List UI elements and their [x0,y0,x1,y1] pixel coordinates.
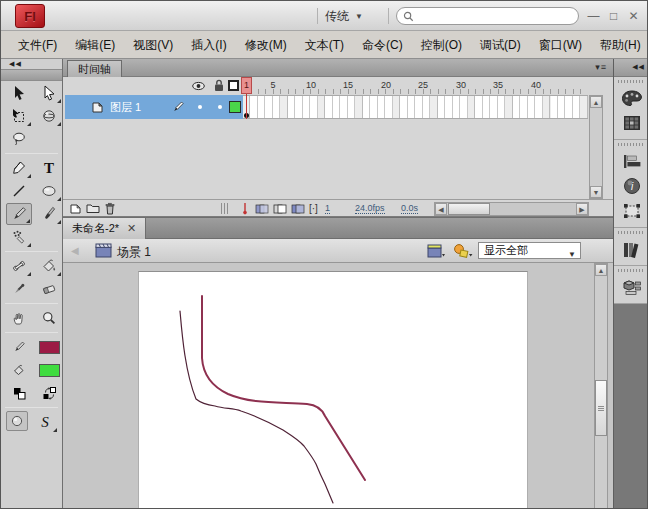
frame-rate-value[interactable]: 24.0fps [355,203,385,214]
search-input[interactable] [418,9,572,23]
modify-markers-icon[interactable]: [·] [309,203,318,214]
transform-panel-button[interactable] [617,199,647,223]
bone-icon [11,258,27,274]
free-transform-icon [11,108,27,124]
components-panel-button[interactable] [617,275,647,299]
maximize-button[interactable]: □ [605,8,622,24]
menu-text[interactable]: 文本(T) [296,31,353,59]
color-panel-button[interactable] [617,86,647,110]
scroll-left-icon[interactable]: ◀ [435,203,447,215]
panel-gripper-icon[interactable] [618,143,645,146]
panel-gripper-icon[interactable] [618,80,645,83]
search-box[interactable] [396,7,579,25]
menu-insert[interactable]: 插入(I) [182,31,235,59]
frame-grid[interactable] [243,95,588,119]
menu-control[interactable]: 控制(O) [412,31,471,59]
timeline-tab[interactable]: 时间轴 [67,60,122,77]
hand-tool-button[interactable] [6,307,32,329]
outline-view-icon[interactable] [228,80,239,91]
scrollbar-thumb[interactable] [595,380,607,436]
back-arrow-icon[interactable]: ◀ [71,245,79,256]
scroll-down-icon[interactable]: ▼ [590,186,602,198]
subselection-tool-button[interactable] [36,82,62,104]
scroll-right-icon[interactable]: ▶ [576,203,588,215]
menu-view[interactable]: 视图(V) [124,31,182,59]
scroll-up-icon[interactable]: ▲ [590,96,602,108]
stage-pasteboard[interactable]: ▲ [63,263,613,509]
current-frame-value[interactable]: 1 [325,203,330,214]
layer-row[interactable]: 图层 1 [65,95,243,119]
menu-edit[interactable]: 编辑(E) [66,31,124,59]
eyedropper-tool-button[interactable] [6,278,32,300]
timeline-horizontal-scrollbar[interactable]: ◀ ▶ [434,202,589,216]
status-grip-icon[interactable] [221,203,229,214]
edit-multiple-frames-icon[interactable] [291,203,305,215]
workspace-switcher-button[interactable]: 传统 ▼ [325,1,363,31]
eraser-tool-button[interactable] [36,278,62,300]
pencil-mode-smooth-button[interactable]: S [32,411,58,433]
edit-symbols-icon[interactable] [453,243,473,259]
paint-bucket-tool-button[interactable] [36,255,62,277]
stroke-color-swatch[interactable] [36,336,62,358]
stage-canvas[interactable] [138,271,528,509]
menu-window[interactable]: 窗口(W) [530,31,591,59]
menu-file[interactable]: 文件(F) [9,31,66,59]
close-document-icon[interactable]: ✕ [127,222,136,235]
black-white-colors-button[interactable] [6,382,32,404]
panel-menu-icon[interactable]: ▾≡ [595,62,607,72]
library-panel-button[interactable] [617,237,647,261]
minimize-button[interactable]: — [585,8,602,24]
brush-tool-button[interactable] [36,203,62,225]
onion-skin-icon[interactable] [255,203,269,215]
zoom-level-select[interactable]: 显示全部 ▼ [478,242,581,259]
pen-tool-button[interactable] [6,157,32,179]
scrollbar-thumb[interactable] [448,203,490,215]
timeline-vertical-scrollbar[interactable]: ▲ ▼ [589,95,603,199]
elapsed-time-value[interactable]: 0.0s [401,203,418,214]
layer-unlocked-dot-icon[interactable] [218,105,222,109]
align-panel-button[interactable] [617,149,647,173]
swatches-panel-button[interactable] [617,111,647,135]
layer-outline-color-swatch[interactable] [229,101,241,113]
menu-commands[interactable]: 命令(C) [353,31,412,59]
menu-modify[interactable]: 修改(M) [236,31,296,59]
zoom-tool-button[interactable] [36,307,62,329]
3d-rotation-tool-button[interactable] [36,105,62,127]
layer-visible-dot-icon[interactable] [198,105,202,109]
document-tab[interactable]: 未命名-2* ✕ [63,218,146,239]
panel-gripper-icon[interactable] [618,231,645,234]
stage-vertical-scrollbar[interactable]: ▲ [594,263,608,509]
text-tool-button[interactable]: T [36,157,62,179]
close-button[interactable]: ✕ [625,8,642,24]
object-drawing-toggle[interactable] [6,411,28,431]
playhead[interactable]: 1 [241,77,252,94]
info-panel-button[interactable]: i [617,174,647,198]
pencil-tool-button-selected[interactable] [6,203,32,225]
swap-colors-button[interactable] [36,382,62,404]
onion-skin-outlines-icon[interactable] [273,203,287,215]
lock-icon[interactable] [214,79,224,92]
layer-name[interactable]: 图层 1 [110,100,141,115]
scroll-up-icon[interactable]: ▲ [595,264,607,276]
collapse-dock-icon[interactable]: ◀◀ [614,59,648,77]
new-layer-icon[interactable] [69,202,82,215]
menu-debug[interactable]: 调试(D) [471,31,530,59]
fill-color-swatch[interactable] [36,359,62,381]
delete-layer-trash-icon[interactable] [104,202,116,215]
deco-tool-button[interactable] [6,226,32,248]
dock-empty-area [614,304,648,509]
collapse-panel-icon[interactable]: ◀◀ [1,59,62,69]
bone-tool-button[interactable] [6,255,32,277]
new-folder-icon[interactable] [86,202,100,214]
show-hide-eye-icon[interactable] [192,81,205,91]
lasso-tool-button[interactable] [6,128,32,150]
free-transform-tool-button[interactable] [6,105,32,127]
panel-gripper-icon[interactable] [618,269,645,272]
oval-tool-button[interactable] [36,180,62,202]
line-tool-button[interactable] [6,180,32,202]
menu-help[interactable]: 帮助(H) [591,31,648,59]
scene-name[interactable]: 场景 1 [117,244,151,261]
edit-scene-icon[interactable] [427,244,445,258]
selection-tool-button[interactable] [6,82,32,104]
center-frame-icon[interactable] [241,203,249,215]
